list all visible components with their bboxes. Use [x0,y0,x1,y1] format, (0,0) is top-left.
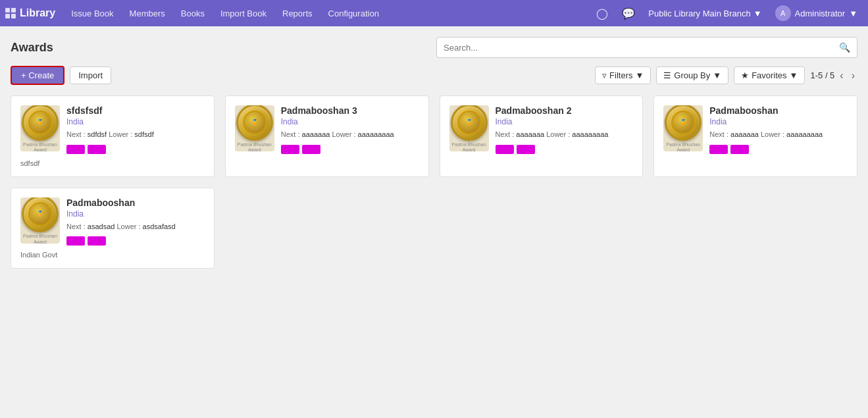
medal-circle: 🏅 [22,105,59,141]
card-image-wrapper: 🏅 Padma Bhushan Award [20,197,60,244]
card-image-wrapper: 🏅 Padma Bhushan Award [20,105,60,151]
user-menu[interactable]: A Administrator ▼ [770,0,863,26]
chat-icon-btn[interactable]: 💬 [617,0,640,26]
medal-label: Padma Bhushan Award [20,234,60,243]
card-image: 🏅 Padma Bhushan Award [449,105,489,151]
card-header: 🏅 Padma Bhushan Award sfdsfsdf India Nex… [20,105,205,154]
card-meta: Next : asadsad Lower : asdsafasd [66,221,205,233]
card-image: 🏅 Padma Bhushan Award [235,105,274,151]
filters-dropdown-icon: ▼ [635,70,644,80]
card-meta: Next : sdfdsf Lower : sdfsdf [66,129,205,141]
filter-icon: ▿ [602,70,607,80]
card-meta: Next : aaaaaaa Lower : aaaaaaaaa [496,129,634,141]
card-header: 🏅 Padma Bhushan Award Padmabooshan 2 Ind… [449,105,634,154]
issue-book-link[interactable]: Issue Book [64,0,120,26]
card-header: 🏅 Padma Bhushan Award Padmabooshan India… [20,197,205,246]
grid-icon [5,8,16,18]
import-button[interactable]: Import [70,66,111,84]
card-info: Padmabooshan India Next : asadsad Lower … [66,197,205,246]
card-tag [88,236,106,246]
card-tags [66,145,205,154]
card-next-value: aaaaaaa [730,130,759,138]
card-item[interactable]: 🏅 Padma Bhushan Award Padmabooshan 2 Ind… [440,95,644,177]
action-bar-right: ▿ Filters ▼ ☰ Group By ▼ ★ Favorites ▼ 1… [595,66,857,84]
card-next-value: sdfdsf [88,130,107,138]
activity-icon-btn[interactable]: ◯ [590,0,614,26]
app-name: Library [20,7,55,19]
search-bar: 🔍 [436,37,857,58]
card-tag [730,145,749,154]
card-item[interactable]: 🏅 Padma Bhushan Award Padmabooshan India… [653,95,857,177]
favorites-button[interactable]: ★ Favorites ▼ [734,66,805,84]
card-lower-value: aaaaaaaaa [786,130,823,138]
medal-inner: 🏅 [243,111,267,134]
medal-circle: 🏅 [451,105,488,141]
card-image: 🏅 Padma Bhushan Award [663,105,703,151]
card-info: Padmabooshan India Next : aaaaaaa Lower … [709,105,848,154]
card-lower-value: sdfsdf [134,130,153,138]
branch-name: Public Library Main Branch [648,9,750,18]
books-link[interactable]: Books [174,0,211,26]
page-header: Awards 🔍 [11,37,857,58]
medal-inner: 🏅 [28,202,52,226]
card-next-value: aaaaaaa [302,130,330,138]
card-header: 🏅 Padma Bhushan Award Padmabooshan 3 Ind… [235,105,419,154]
card-name: Padmabooshan [66,197,205,208]
card-name: sfdsfsdf [66,105,205,116]
medal-label: Padma Bhushan Award [449,142,489,151]
medal-label: Padma Bhushan Award [235,142,274,151]
card-name: Padmabooshan 3 [281,105,419,116]
favorites-dropdown-icon: ▼ [790,70,798,80]
card-footer: Indian Govt [20,251,205,259]
branch-selector[interactable]: Public Library Main Branch ▼ [643,0,767,26]
action-bar-left: + Create Import [11,66,111,85]
groupby-label: Group By [674,70,710,80]
reports-link[interactable]: Reports [276,0,319,26]
medal-inner: 🏅 [457,111,481,134]
card-item[interactable]: 🏅 Padma Bhushan Award Padmabooshan 3 Ind… [225,95,429,177]
groupby-dropdown-icon: ▼ [713,70,721,80]
card-meta: Next : aaaaaaa Lower : aaaaaaaaa [281,129,419,141]
card-country: India [66,209,205,219]
card-tag [66,236,85,246]
card-tags [66,236,205,246]
medal-inner: 🏅 [671,111,695,134]
card-name: Padmabooshan [709,105,848,116]
card-footer: sdfsdf [20,159,205,167]
app-logo[interactable]: Library [5,7,55,19]
card-item[interactable]: 🏅 Padma Bhushan Award Padmabooshan India… [11,188,215,269]
next-page-button[interactable]: › [849,68,857,83]
card-country: India [66,117,205,126]
action-bar: + Create Import ▿ Filters ▼ ☰ Group By ▼… [11,66,857,85]
create-button[interactable]: + Create [11,66,64,85]
card-tag [66,145,85,154]
filters-button[interactable]: ▿ Filters ▼ [595,66,651,84]
import-book-link[interactable]: Import Book [214,0,273,26]
card-meta: Next : aaaaaaa Lower : aaaaaaaaa [709,129,848,141]
pagination: 1-5 / 5 ‹ › [810,68,857,83]
medal-circle: 🏅 [22,197,59,233]
pagination-count: 1-5 / 5 [810,70,834,80]
filters-label: Filters [609,70,632,80]
configuration-link[interactable]: Configuration [322,0,386,26]
user-dropdown-icon: ▼ [849,9,857,18]
card-header: 🏅 Padma Bhushan Award Padmabooshan India… [663,105,848,154]
medal-circle: 🏅 [665,105,702,141]
card-tag [88,145,106,154]
search-icon[interactable]: 🔍 [839,42,850,53]
content-area: Awards 🔍 + Create Import ▿ Filters ▼ ☰ G… [0,26,868,418]
card-item[interactable]: 🏅 Padma Bhushan Award sfdsfsdf India Nex… [11,95,215,177]
card-name: Padmabooshan 2 [496,105,634,116]
page-title: Awards [11,41,53,55]
medal-inner: 🏅 [28,111,52,134]
prev-page-button[interactable]: ‹ [837,68,846,83]
groupby-button[interactable]: ☰ Group By ▼ [656,66,728,84]
card-info: Padmabooshan 2 India Next : aaaaaaa Lowe… [496,105,634,154]
topnav-right: ◯ 💬 Public Library Main Branch ▼ A Admin… [590,0,863,26]
card-tag [709,145,728,154]
card-image-wrapper: 🏅 Padma Bhushan Award [449,105,489,151]
card-next-value: aaaaaaa [516,130,544,138]
search-input[interactable] [444,43,839,53]
members-link[interactable]: Members [123,0,172,26]
favorites-label: Favorites [752,70,786,80]
